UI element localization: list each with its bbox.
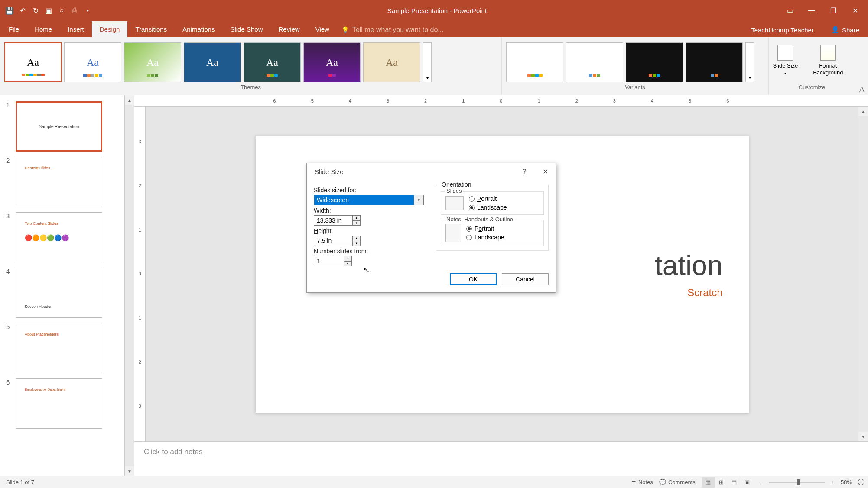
- theme-office[interactable]: Aa: [4, 42, 62, 82]
- slideshow-view-icon[interactable]: ▣: [741, 477, 754, 488]
- notes-toggle[interactable]: ≣Notes: [631, 479, 653, 485]
- slide-thumbnail-3[interactable]: 3Two Content Slides🔴🟠🟡🟢🔵🟣: [6, 212, 124, 262]
- reading-view-icon[interactable]: ▤: [728, 477, 741, 488]
- notes-icon: ≣: [631, 479, 636, 485]
- variant-1[interactable]: [506, 42, 563, 82]
- maximize-icon[interactable]: ❐: [829, 6, 838, 15]
- tab-review[interactable]: Review: [270, 21, 307, 37]
- themes-group-label: Themes: [0, 84, 501, 92]
- spin-down-icon[interactable]: ▼: [353, 241, 361, 246]
- number-from-spinner[interactable]: 1 ▲▼: [314, 256, 352, 266]
- tab-insert[interactable]: Insert: [60, 21, 92, 37]
- slide-thumbnail-4[interactable]: 4Section Header: [6, 268, 124, 318]
- window-title: Sample Presentation - PowerPoint: [97, 7, 777, 14]
- tab-file[interactable]: File: [0, 21, 27, 37]
- variant-2[interactable]: [566, 42, 623, 82]
- slides-landscape-radio[interactable]: Landscape: [469, 204, 507, 211]
- notes-placeholder: Click to add notes: [144, 448, 202, 456]
- cancel-button[interactable]: Cancel: [502, 273, 549, 285]
- height-value[interactable]: 7.5 in: [314, 236, 353, 246]
- spin-up-icon[interactable]: ▲: [344, 256, 352, 261]
- zoom-out-button[interactable]: −: [760, 479, 763, 485]
- tab-home[interactable]: Home: [27, 21, 60, 37]
- scroll-up-icon[interactable]: ▲: [125, 95, 134, 105]
- slide-counter: Slide 1 of 7: [0, 479, 631, 485]
- width-spinner[interactable]: 13.333 in ▲▼: [314, 215, 361, 226]
- page-landscape-icon: [445, 196, 464, 210]
- spin-down-icon[interactable]: ▼: [344, 261, 352, 267]
- spin-down-icon[interactable]: ▼: [353, 220, 361, 226]
- theme-3[interactable]: Aa: [124, 42, 181, 82]
- collapse-ribbon-button[interactable]: ⋀: [855, 37, 868, 95]
- scroll-down-icon[interactable]: ▼: [858, 432, 868, 441]
- format-background-button[interactable]: Format Background: [805, 45, 852, 76]
- help-icon[interactable]: ?: [518, 166, 530, 178]
- theme-6[interactable]: Aa: [303, 42, 361, 82]
- slide-thumbnail-2[interactable]: 2Content Slides: [6, 157, 124, 207]
- quick-access-toolbar: 💾 ↶ ↻ ▣ ○ ⎙ ▾: [0, 6, 97, 15]
- height-spinner[interactable]: 7.5 in ▲▼: [314, 236, 361, 246]
- customize-group: Slide Size ▾ Format Background Customize: [768, 37, 855, 95]
- ribbon-display-options-icon[interactable]: ▭: [786, 6, 794, 15]
- quick-print-icon[interactable]: ⎙: [70, 6, 79, 15]
- zoom-slider[interactable]: [769, 482, 825, 483]
- share-button[interactable]: 👤 Share: [822, 23, 868, 37]
- start-from-beginning-icon[interactable]: ▣: [44, 6, 53, 15]
- variants-group: ▾ Variants: [501, 37, 768, 95]
- comments-toggle[interactable]: 💬Comments: [659, 479, 696, 485]
- slide-size-label: Slide Size ▾: [772, 62, 799, 76]
- width-value[interactable]: 13.333 in: [314, 215, 353, 226]
- slide-size-button[interactable]: Slide Size ▾: [772, 45, 799, 76]
- variant-3[interactable]: [626, 42, 683, 82]
- slide-thumbnail-6[interactable]: 6Employees by Department: [6, 378, 124, 429]
- number-from-value[interactable]: 1: [314, 256, 344, 266]
- zoom-level[interactable]: 58%: [841, 479, 852, 485]
- chevron-down-icon[interactable]: ▼: [414, 195, 424, 205]
- notes-portrait-radio[interactable]: Portrait: [466, 225, 504, 232]
- spin-up-icon[interactable]: ▲: [353, 215, 361, 220]
- undo-icon[interactable]: ↶: [18, 6, 27, 15]
- themes-more-button[interactable]: ▾: [423, 42, 432, 82]
- tell-me-search[interactable]: 💡 Tell me what you want to do...: [341, 23, 742, 37]
- theme-4[interactable]: Aa: [184, 42, 241, 82]
- close-dialog-icon[interactable]: ✕: [539, 166, 551, 178]
- ribbon: Aa Aa Aa Aa Aa Aa Aa ▾ Themes ▾ Variants…: [0, 37, 868, 95]
- variant-4[interactable]: [686, 42, 743, 82]
- tab-transitions[interactable]: Transitions: [127, 21, 175, 37]
- window-controls: ▭ — ❐ ✕: [777, 6, 868, 15]
- theme-7[interactable]: Aa: [363, 42, 420, 82]
- variants-more-button[interactable]: ▾: [745, 42, 754, 82]
- circle-icon[interactable]: ○: [57, 6, 66, 15]
- thumbnail-scrollbar[interactable]: ▲ ▼: [125, 95, 134, 476]
- editor-scrollbar[interactable]: ▲ ▼: [858, 107, 868, 441]
- minimize-icon[interactable]: —: [807, 6, 816, 15]
- vertical-ruler: 3210123: [134, 107, 146, 441]
- notes-pane[interactable]: Click to add notes: [134, 441, 868, 476]
- spin-up-icon[interactable]: ▲: [353, 236, 361, 241]
- slides-portrait-radio[interactable]: Portrait: [469, 195, 507, 202]
- redo-icon[interactable]: ↻: [31, 6, 40, 15]
- scroll-up-icon[interactable]: ▲: [858, 107, 868, 116]
- customize-group-label: Customize: [769, 84, 855, 92]
- normal-view-icon[interactable]: ▦: [702, 477, 715, 488]
- fit-to-window-icon[interactable]: ⛶: [858, 479, 864, 485]
- zoom-in-button[interactable]: +: [831, 479, 835, 485]
- scroll-down-icon[interactable]: ▼: [125, 466, 134, 476]
- dialog-titlebar[interactable]: Slide Size ? ✕: [307, 163, 556, 181]
- tab-slideshow[interactable]: Slide Show: [222, 21, 270, 37]
- theme-2[interactable]: Aa: [64, 42, 121, 82]
- tab-animations[interactable]: Animations: [175, 21, 222, 37]
- user-name[interactable]: TeachUcomp Teacher: [742, 23, 822, 37]
- close-icon[interactable]: ✕: [851, 6, 859, 15]
- theme-5[interactable]: Aa: [244, 42, 301, 82]
- customize-qat-icon[interactable]: ▾: [83, 6, 92, 15]
- slide-thumbnail-5[interactable]: 5About Placeholders: [6, 323, 124, 373]
- ok-button[interactable]: OK: [450, 273, 497, 285]
- notes-landscape-radio[interactable]: Landscape: [466, 234, 504, 241]
- slide-thumbnail-1[interactable]: 1Sample Presentation: [6, 101, 124, 152]
- tab-design[interactable]: Design: [92, 21, 128, 37]
- tab-view[interactable]: View: [308, 21, 337, 37]
- slide-sorter-icon[interactable]: ⊞: [715, 477, 728, 488]
- sized-for-dropdown[interactable]: Widescreen ▼: [314, 195, 424, 205]
- save-icon[interactable]: 💾: [5, 6, 14, 15]
